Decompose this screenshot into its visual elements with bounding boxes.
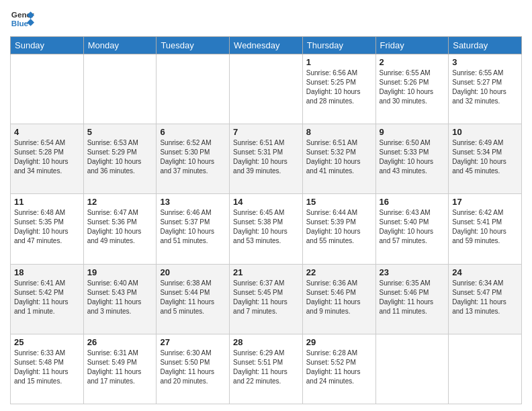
day-number: 12 bbox=[87, 197, 153, 207]
calendar-cell: 29Sunrise: 6:28 AM Sunset: 5:52 PM Dayli… bbox=[302, 334, 375, 404]
day-info: Sunrise: 6:44 AM Sunset: 5:39 PM Dayligh… bbox=[306, 208, 372, 246]
day-number: 3 bbox=[452, 57, 518, 67]
calendar-cell: 3Sunrise: 6:55 AM Sunset: 5:27 PM Daylig… bbox=[449, 54, 522, 124]
day-info: Sunrise: 6:28 AM Sunset: 5:52 PM Dayligh… bbox=[306, 349, 372, 386]
calendar-cell: 9Sunrise: 6:50 AM Sunset: 5:33 PM Daylig… bbox=[375, 124, 449, 194]
day-info: Sunrise: 6:30 AM Sunset: 5:50 PM Dayligh… bbox=[160, 349, 226, 386]
day-info: Sunrise: 6:42 AM Sunset: 5:41 PM Dayligh… bbox=[452, 208, 518, 246]
weekday-header-thursday: Thursday bbox=[302, 37, 375, 54]
day-number: 21 bbox=[233, 267, 299, 277]
day-info: Sunrise: 6:52 AM Sunset: 5:30 PM Dayligh… bbox=[160, 138, 226, 176]
day-number: 2 bbox=[380, 57, 445, 67]
day-number: 8 bbox=[306, 127, 372, 137]
calendar-cell: 21Sunrise: 6:37 AM Sunset: 5:45 PM Dayli… bbox=[230, 264, 303, 334]
header: General Blue bbox=[10, 7, 522, 31]
weekday-header-wednesday: Wednesday bbox=[230, 37, 303, 54]
day-number: 4 bbox=[14, 127, 80, 137]
day-number: 15 bbox=[306, 197, 372, 207]
day-number: 26 bbox=[87, 337, 153, 347]
day-number: 25 bbox=[14, 337, 80, 347]
day-info: Sunrise: 6:31 AM Sunset: 5:49 PM Dayligh… bbox=[87, 349, 153, 386]
day-number: 10 bbox=[452, 127, 518, 137]
page: General Blue SundayMondayTuesdayWednesda… bbox=[0, 0, 532, 411]
day-info: Sunrise: 6:55 AM Sunset: 5:26 PM Dayligh… bbox=[380, 68, 445, 106]
weekday-header-tuesday: Tuesday bbox=[157, 37, 230, 54]
day-number: 20 bbox=[160, 267, 226, 277]
calendar-cell: 18Sunrise: 6:41 AM Sunset: 5:42 PM Dayli… bbox=[11, 264, 84, 334]
day-number: 11 bbox=[14, 197, 80, 207]
day-info: Sunrise: 6:51 AM Sunset: 5:32 PM Dayligh… bbox=[306, 138, 372, 176]
weekday-header-saturday: Saturday bbox=[449, 37, 522, 54]
day-info: Sunrise: 6:54 AM Sunset: 5:28 PM Dayligh… bbox=[14, 138, 80, 176]
calendar-cell: 23Sunrise: 6:35 AM Sunset: 5:46 PM Dayli… bbox=[375, 264, 449, 334]
day-info: Sunrise: 6:51 AM Sunset: 5:31 PM Dayligh… bbox=[233, 138, 299, 176]
calendar-cell: 11Sunrise: 6:48 AM Sunset: 5:35 PM Dayli… bbox=[11, 194, 84, 264]
calendar-table: SundayMondayTuesdayWednesdayThursdayFrid… bbox=[10, 36, 522, 404]
calendar-cell bbox=[11, 54, 84, 124]
weekday-header-sunday: Sunday bbox=[11, 37, 84, 54]
day-number: 17 bbox=[452, 197, 518, 207]
calendar-cell: 27Sunrise: 6:30 AM Sunset: 5:50 PM Dayli… bbox=[157, 334, 230, 404]
calendar-cell bbox=[375, 334, 449, 404]
calendar-cell: 26Sunrise: 6:31 AM Sunset: 5:49 PM Dayli… bbox=[83, 334, 157, 404]
logo-icon: General Blue bbox=[10, 7, 34, 31]
day-number: 23 bbox=[380, 267, 445, 277]
logo: General Blue bbox=[10, 7, 34, 31]
day-number: 24 bbox=[452, 267, 518, 277]
day-info: Sunrise: 6:47 AM Sunset: 5:36 PM Dayligh… bbox=[87, 208, 153, 246]
calendar-cell: 6Sunrise: 6:52 AM Sunset: 5:30 PM Daylig… bbox=[157, 124, 230, 194]
day-number: 16 bbox=[380, 197, 445, 207]
day-number: 5 bbox=[87, 127, 153, 137]
day-number: 18 bbox=[14, 267, 80, 277]
day-number: 19 bbox=[87, 267, 153, 277]
calendar-cell: 16Sunrise: 6:43 AM Sunset: 5:40 PM Dayli… bbox=[375, 194, 449, 264]
day-info: Sunrise: 6:45 AM Sunset: 5:38 PM Dayligh… bbox=[233, 208, 299, 246]
day-info: Sunrise: 6:40 AM Sunset: 5:43 PM Dayligh… bbox=[87, 279, 153, 316]
calendar-week-row: 4Sunrise: 6:54 AM Sunset: 5:28 PM Daylig… bbox=[11, 124, 522, 194]
day-info: Sunrise: 6:34 AM Sunset: 5:47 PM Dayligh… bbox=[452, 279, 518, 316]
calendar-cell: 22Sunrise: 6:36 AM Sunset: 5:46 PM Dayli… bbox=[302, 264, 375, 334]
day-info: Sunrise: 6:35 AM Sunset: 5:46 PM Dayligh… bbox=[380, 279, 445, 316]
day-number: 29 bbox=[306, 337, 372, 347]
day-number: 6 bbox=[160, 127, 226, 137]
day-info: Sunrise: 6:56 AM Sunset: 5:25 PM Dayligh… bbox=[306, 68, 372, 106]
calendar-week-row: 18Sunrise: 6:41 AM Sunset: 5:42 PM Dayli… bbox=[11, 264, 522, 334]
calendar-cell: 5Sunrise: 6:53 AM Sunset: 5:29 PM Daylig… bbox=[83, 124, 157, 194]
weekday-header-friday: Friday bbox=[375, 37, 449, 54]
day-number: 13 bbox=[160, 197, 226, 207]
calendar-cell: 7Sunrise: 6:51 AM Sunset: 5:31 PM Daylig… bbox=[230, 124, 303, 194]
day-info: Sunrise: 6:49 AM Sunset: 5:34 PM Dayligh… bbox=[452, 138, 518, 176]
day-info: Sunrise: 6:43 AM Sunset: 5:40 PM Dayligh… bbox=[380, 208, 445, 246]
day-number: 7 bbox=[233, 127, 299, 137]
calendar-cell: 14Sunrise: 6:45 AM Sunset: 5:38 PM Dayli… bbox=[230, 194, 303, 264]
day-number: 14 bbox=[233, 197, 299, 207]
calendar-cell: 20Sunrise: 6:38 AM Sunset: 5:44 PM Dayli… bbox=[157, 264, 230, 334]
svg-text:Blue: Blue bbox=[11, 19, 29, 28]
calendar-cell bbox=[230, 54, 303, 124]
calendar-cell: 12Sunrise: 6:47 AM Sunset: 5:36 PM Dayli… bbox=[83, 194, 157, 264]
day-info: Sunrise: 6:48 AM Sunset: 5:35 PM Dayligh… bbox=[14, 208, 80, 246]
calendar-cell bbox=[449, 334, 522, 404]
day-info: Sunrise: 6:29 AM Sunset: 5:51 PM Dayligh… bbox=[233, 349, 299, 386]
weekday-header-monday: Monday bbox=[83, 37, 157, 54]
calendar-cell: 17Sunrise: 6:42 AM Sunset: 5:41 PM Dayli… bbox=[449, 194, 522, 264]
day-info: Sunrise: 6:53 AM Sunset: 5:29 PM Dayligh… bbox=[87, 138, 153, 176]
day-info: Sunrise: 6:33 AM Sunset: 5:48 PM Dayligh… bbox=[14, 349, 80, 386]
calendar-cell: 15Sunrise: 6:44 AM Sunset: 5:39 PM Dayli… bbox=[302, 194, 375, 264]
weekday-header-row: SundayMondayTuesdayWednesdayThursdayFrid… bbox=[11, 37, 522, 54]
calendar-cell: 10Sunrise: 6:49 AM Sunset: 5:34 PM Dayli… bbox=[449, 124, 522, 194]
day-info: Sunrise: 6:55 AM Sunset: 5:27 PM Dayligh… bbox=[452, 68, 518, 106]
calendar-cell: 1Sunrise: 6:56 AM Sunset: 5:25 PM Daylig… bbox=[302, 54, 375, 124]
calendar-cell: 19Sunrise: 6:40 AM Sunset: 5:43 PM Dayli… bbox=[83, 264, 157, 334]
calendar-cell: 25Sunrise: 6:33 AM Sunset: 5:48 PM Dayli… bbox=[11, 334, 84, 404]
day-number: 28 bbox=[233, 337, 299, 347]
day-number: 22 bbox=[306, 267, 372, 277]
calendar-cell: 24Sunrise: 6:34 AM Sunset: 5:47 PM Dayli… bbox=[449, 264, 522, 334]
day-number: 9 bbox=[380, 127, 445, 137]
calendar-cell: 4Sunrise: 6:54 AM Sunset: 5:28 PM Daylig… bbox=[11, 124, 84, 194]
calendar-week-row: 11Sunrise: 6:48 AM Sunset: 5:35 PM Dayli… bbox=[11, 194, 522, 264]
calendar-cell: 8Sunrise: 6:51 AM Sunset: 5:32 PM Daylig… bbox=[302, 124, 375, 194]
day-info: Sunrise: 6:46 AM Sunset: 5:37 PM Dayligh… bbox=[160, 208, 226, 246]
calendar-week-row: 1Sunrise: 6:56 AM Sunset: 5:25 PM Daylig… bbox=[11, 54, 522, 124]
day-info: Sunrise: 6:38 AM Sunset: 5:44 PM Dayligh… bbox=[160, 279, 226, 316]
